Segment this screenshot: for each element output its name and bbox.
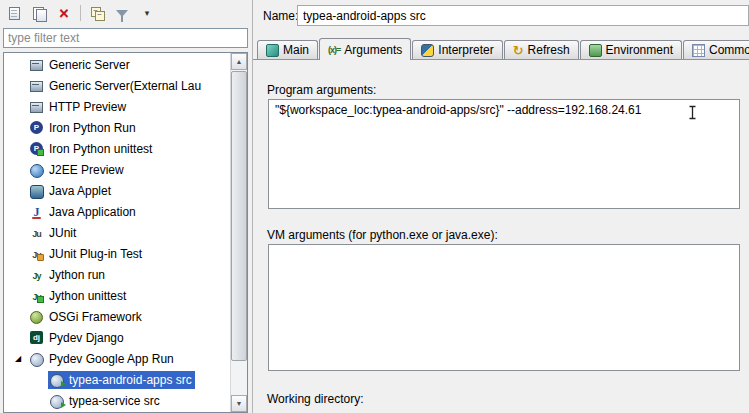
config-name-input[interactable]	[297, 5, 749, 26]
collapse-all-icon	[91, 7, 104, 20]
tree-item-label: typea-android-apps src	[68, 373, 192, 387]
name-label: Name:	[263, 9, 298, 23]
delete-launch-config-button[interactable]: ✕	[52, 2, 76, 24]
toolbar-separator	[80, 5, 81, 21]
tree-item-junit[interactable]: JUnit	[4, 222, 230, 243]
tree-scrollbar[interactable]: ▲ ▼	[230, 53, 247, 412]
tree-item-label: JUnit Plug-in Test	[48, 247, 142, 261]
tab-label: Common	[709, 43, 749, 57]
tab-label: Arguments	[344, 43, 402, 57]
tree-item-label: Java Application	[48, 205, 136, 219]
osgi-framework-icon	[29, 310, 44, 324]
run-config-icon	[49, 373, 64, 387]
tab-interpreter[interactable]: Interpreter	[412, 40, 502, 59]
environment-icon	[589, 44, 602, 57]
tree-item-typea-service-src[interactable]: typea-service src	[4, 390, 230, 411]
dropdown-arrow-icon: ▾	[145, 8, 150, 18]
program-arguments-textarea[interactable]: "${workspace_loc:typea-android-apps/src}…	[268, 99, 740, 209]
tree-item-jython-unittest[interactable]: Jython unittest	[4, 285, 230, 306]
working-directory-label: Working directory:	[267, 392, 363, 406]
server-icon	[29, 100, 44, 114]
launch-config-tree: Generic Server Generic Server(External L…	[4, 54, 230, 412]
tree-item-junit-plugin-test[interactable]: JUnit Plug-in Test	[4, 243, 230, 264]
tree-item-generic-server[interactable]: Generic Server	[4, 54, 230, 75]
collapse-all-button[interactable]	[85, 2, 109, 24]
vm-arguments-textarea[interactable]	[268, 244, 740, 371]
new-launch-config-button[interactable]	[2, 2, 26, 24]
tree-item-label: Pydev Google App Run	[48, 352, 174, 366]
config-tab-bar: Main (x)= Arguments Interpreter ↻ Refres…	[257, 38, 749, 60]
tab-refresh[interactable]: ↻ Refresh	[504, 40, 579, 59]
python-icon	[421, 44, 434, 57]
tree-item-iron-python-unittest[interactable]: Iron Python unittest	[4, 138, 230, 159]
jython-unittest-icon	[29, 289, 44, 303]
tree-item-iron-python-run[interactable]: Iron Python Run	[4, 117, 230, 138]
tree-item-label: Generic Server(External Lau	[48, 79, 201, 93]
tree-item-http-preview[interactable]: HTTP Preview	[4, 96, 230, 117]
filter-configs-button[interactable]	[110, 2, 134, 24]
tab-label: Main	[283, 43, 309, 57]
tree-item-label: Jython unittest	[48, 289, 126, 303]
server-icon	[29, 79, 44, 93]
tree-item-java-application[interactable]: Java Application	[4, 201, 230, 222]
pane-splitter[interactable]	[252, 0, 253, 413]
tree-expand-toggle-icon[interactable]: ◢	[14, 354, 28, 363]
tree-item-jython-run[interactable]: Jython run	[4, 264, 230, 285]
tree-item-label: OSGi Framework	[48, 310, 142, 324]
tree-item-j2ee-preview[interactable]: J2EE Preview	[4, 159, 230, 180]
iron-python-unittest-icon	[29, 142, 44, 156]
tab-label: Interpreter	[438, 43, 493, 57]
launch-config-sidebar: ✕ ▾ Generic Server Generic Server(Extern…	[0, 0, 252, 413]
sidebar-toolbar: ✕ ▾	[2, 1, 159, 25]
tree-item-pydev-django[interactable]: Pydev Django	[4, 327, 230, 348]
run-config-icon	[49, 394, 64, 408]
tab-common[interactable]: Common	[683, 40, 749, 59]
new-config-icon	[9, 7, 20, 20]
refresh-icon: ↻	[513, 44, 524, 57]
tab-main[interactable]: Main	[257, 40, 318, 59]
tree-item-label: Iron Python unittest	[48, 142, 152, 156]
java-applet-icon	[29, 184, 44, 198]
jython-run-icon	[29, 268, 44, 282]
tab-environment[interactable]: Environment	[580, 40, 682, 59]
tab-label: Refresh	[528, 43, 570, 57]
java-application-icon	[29, 205, 44, 219]
tree-item-label: Pydev Django	[48, 331, 124, 345]
tree-item-label: Jython run	[48, 268, 105, 282]
tree-item-label: J2EE Preview	[48, 163, 124, 177]
main-tab-icon	[266, 44, 279, 57]
delete-icon: ✕	[59, 7, 70, 20]
server-icon	[29, 58, 44, 72]
tree-item-pydev-google-app-run[interactable]: ◢ Pydev Google App Run	[4, 348, 230, 369]
program-arguments-label: Program arguments:	[267, 83, 376, 97]
duplicate-launch-config-button[interactable]	[27, 2, 51, 24]
vm-arguments-label: VM arguments (for python.exe or java.exe…	[267, 228, 498, 242]
view-menu-button[interactable]: ▾	[135, 2, 159, 24]
launch-config-tree-box: Generic Server Generic Server(External L…	[3, 52, 248, 413]
filter-input[interactable]	[3, 28, 248, 48]
filter-icon	[116, 10, 128, 17]
junit-plugin-test-icon	[29, 247, 44, 261]
variables-icon: (x)=	[328, 44, 340, 56]
tree-item-java-applet[interactable]: Java Applet	[4, 180, 230, 201]
tree-item-generic-server-external[interactable]: Generic Server(External Lau	[4, 75, 230, 96]
iron-python-run-icon	[29, 121, 44, 135]
scrollbar-thumb[interactable]	[231, 71, 247, 361]
junit-icon	[29, 226, 44, 240]
tab-label: Environment	[606, 43, 673, 57]
text-cursor-icon	[688, 105, 697, 123]
tree-item-label: Iron Python Run	[48, 121, 136, 135]
duplicate-icon	[33, 7, 46, 20]
tree-item-label: JUnit	[48, 226, 76, 240]
pydev-google-app-run-icon	[29, 352, 44, 366]
tree-item-label: Generic Server	[48, 58, 130, 72]
scroll-down-button[interactable]: ▼	[231, 395, 247, 412]
pydev-django-icon	[29, 331, 44, 345]
tree-item-label: HTTP Preview	[48, 100, 126, 114]
tab-arguments[interactable]: (x)= Arguments	[319, 38, 411, 60]
tree-item-label: typea-service src	[68, 394, 160, 408]
tree-item-osgi-framework[interactable]: OSGi Framework	[4, 306, 230, 327]
scroll-up-button[interactable]: ▲	[231, 53, 247, 70]
tree-item-label: Java Applet	[48, 184, 111, 198]
tree-item-typea-android-apps-src[interactable]: typea-android-apps src	[4, 369, 230, 390]
